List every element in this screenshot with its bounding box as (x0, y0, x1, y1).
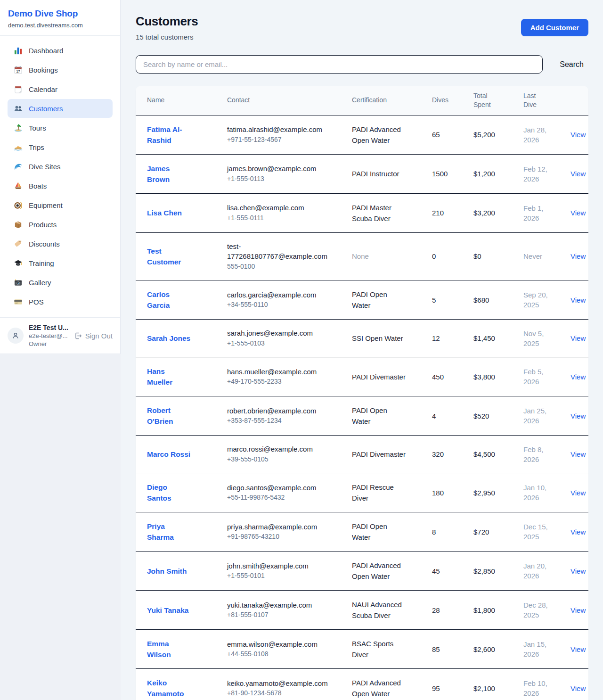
boats-icon (13, 181, 23, 190)
search-button[interactable]: Search (555, 58, 588, 72)
table-row: John Smithjohn.smith@example.com+1-555-0… (136, 552, 588, 591)
customer-contact: marco.rossi@example.com+39-555-0105 (216, 436, 341, 473)
customer-name-link[interactable]: John Smith (147, 566, 187, 576)
search-row: Search (136, 55, 588, 74)
customer-certification: PADI Advanced Open Water (341, 552, 421, 591)
sidebar-item-trips[interactable]: Trips (8, 138, 113, 156)
customer-name-link[interactable]: Diego Santos (147, 482, 192, 503)
sidebar-item-calendar[interactable]: Calendar (8, 80, 113, 99)
table-row: Priya Sharmapriya.sharma@example.com+91-… (136, 512, 588, 552)
sidebar-item-dashboard[interactable]: Dashboard (8, 41, 113, 60)
sidebar-item-tours[interactable]: Tours (8, 118, 113, 137)
customer-email: robert.obrien@example.com (227, 406, 338, 416)
view-link[interactable]: View (570, 567, 586, 575)
customer-email: carlos.garcia@example.com (227, 290, 338, 300)
trips-icon (13, 142, 23, 152)
customer-total-spent: $0 (462, 232, 512, 280)
customer-name-link[interactable]: Robert O'Brien (147, 405, 192, 427)
customer-email: keiko.yamamoto@example.com (227, 678, 338, 689)
sidebar-item-equipment[interactable]: Equipment (8, 196, 113, 214)
sidebar: Demo Dive Shop demo.test.divestreams.com… (0, 0, 121, 354)
view-link[interactable]: View (570, 373, 586, 381)
customer-email: test-1772681807767@example.com (227, 241, 338, 262)
training-icon (13, 258, 23, 268)
customer-phone: +1-555-0103 (227, 338, 338, 349)
customer-contact: john.smith@example.com+1-555-0101 (216, 552, 341, 591)
table-row: Test Customertest-1772681807767@example.… (136, 232, 588, 280)
view-link[interactable]: View (570, 170, 586, 178)
search-input[interactable] (136, 55, 543, 74)
sidebar-item-bookings[interactable]: 17Bookings (8, 60, 113, 79)
customer-dives: 8 (421, 512, 462, 552)
discounts-icon (13, 239, 23, 248)
sidebar-item-label: Gallery (29, 279, 51, 287)
customer-contact: yuki.tanaka@example.com+81-555-0107 (216, 591, 341, 630)
view-link[interactable]: View (570, 296, 586, 304)
column-header-dives: Dives (421, 86, 462, 115)
view-link[interactable]: View (570, 606, 586, 614)
dive-sites-icon (13, 162, 23, 171)
table-row: Diego Santosdiego.santos@example.com+55-… (136, 473, 588, 512)
customer-certification: PADI Rescue Diver (341, 473, 421, 512)
view-link[interactable]: View (570, 489, 586, 497)
table-row: Sarah Jonessarah.jones@example.com+1-555… (136, 320, 588, 357)
customer-name-link[interactable]: James Brown (147, 163, 192, 185)
customer-dives: 210 (421, 193, 462, 232)
customer-phone: 555-0100 (227, 262, 338, 272)
view-link[interactable]: View (570, 528, 586, 536)
customer-last-dive: Never (512, 232, 559, 280)
customer-name-link[interactable]: Sarah Jones (147, 333, 190, 344)
customer-email: diego.santos@example.com (227, 483, 338, 493)
calendar-icon (13, 84, 23, 94)
customer-name-link[interactable]: Fatima Al-Rashid (147, 124, 192, 146)
customer-phone: +353-87-555-1234 (227, 416, 338, 426)
view-link[interactable]: View (570, 252, 586, 260)
sidebar-item-boats[interactable]: Boats (8, 176, 113, 195)
view-link[interactable]: View (570, 131, 586, 139)
customer-name-link[interactable]: Marco Rossi (147, 449, 190, 460)
sidebar-item-products[interactable]: Products (8, 215, 113, 234)
logout-icon (74, 332, 82, 340)
view-link[interactable]: View (570, 645, 586, 653)
customer-name-link[interactable]: Test Customer (147, 246, 192, 267)
customer-dives: 0 (421, 232, 462, 280)
sidebar-item-discounts[interactable]: Discounts (8, 234, 113, 253)
customer-email: james.brown@example.com (227, 164, 338, 174)
customer-name-link[interactable]: Priya Sharma (147, 521, 192, 543)
sidebar-item-dive-sites[interactable]: Dive Sites (8, 157, 113, 176)
sidebar-item-label: Bookings (29, 66, 58, 74)
customer-phone: +91-98765-43210 (227, 532, 338, 542)
add-customer-button[interactable]: Add Customer (521, 19, 588, 36)
customer-name-link[interactable]: Keiko Yamamoto (147, 677, 192, 699)
sidebar-item-training[interactable]: Training (8, 254, 113, 272)
view-link[interactable]: View (570, 450, 586, 458)
customer-contact: diego.santos@example.com+55-11-99876-543… (216, 473, 341, 512)
customer-name-link[interactable]: Hans Mueller (147, 366, 192, 387)
customer-contact: emma.wilson@example.com+44-555-0108 (216, 630, 341, 669)
customer-name-link[interactable]: Carlos Garcia (147, 289, 192, 311)
sidebar-item-gallery[interactable]: Gallery (8, 273, 113, 292)
customer-name-link[interactable]: Lisa Chen (147, 207, 182, 218)
sidebar-item-label: Trips (29, 143, 44, 151)
sidebar-item-pos[interactable]: POS (8, 292, 113, 311)
customer-dives: 180 (421, 473, 462, 512)
view-link[interactable]: View (570, 412, 586, 420)
view-link[interactable]: View (570, 334, 586, 342)
sidebar-item-label: Calendar (29, 85, 57, 93)
customer-email: lisa.chen@example.com (227, 203, 338, 213)
customer-certification: PADI Divemaster (341, 357, 421, 396)
customer-dives: 95 (421, 669, 462, 700)
customer-name-link[interactable]: Yuki Tanaka (147, 605, 188, 616)
view-link[interactable]: View (570, 209, 586, 217)
customer-phone: +1-555-0101 (227, 571, 338, 581)
customer-certification: PADI Advanced Open Water (341, 669, 421, 700)
sidebar-item-customers[interactable]: Customers (8, 99, 113, 118)
customer-last-dive: Feb 5, 2026 (512, 357, 559, 396)
view-link[interactable]: View (570, 684, 586, 692)
customer-phone: +81-555-0107 (227, 610, 338, 620)
customer-certification: NAUI Advanced Scuba Diver (341, 591, 421, 630)
customer-name-link[interactable]: Emma Wilson (147, 638, 192, 660)
customer-phone: +44-555-0108 (227, 649, 338, 659)
dashboard-icon (13, 46, 23, 55)
sign-out-button[interactable]: Sign Out (74, 332, 113, 340)
